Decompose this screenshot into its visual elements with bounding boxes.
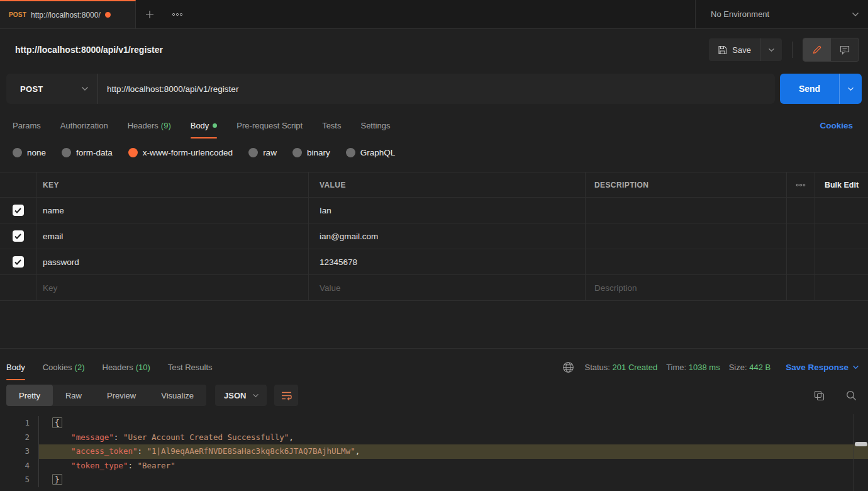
check-icon bbox=[14, 259, 21, 265]
response-toolbar: Pretty Raw Preview Visualize JSON bbox=[0, 380, 868, 410]
key-cell[interactable]: email bbox=[43, 232, 63, 241]
value-cell[interactable]: ian@gmail.com bbox=[320, 232, 378, 241]
new-tab-button[interactable] bbox=[136, 0, 164, 28]
value-input-placeholder[interactable]: Value bbox=[320, 283, 341, 293]
tab-settings[interactable]: Settings bbox=[360, 121, 390, 138]
vertical-scrollbar-thumb[interactable] bbox=[855, 442, 867, 446]
save-response-button[interactable]: Save Response bbox=[786, 363, 859, 372]
chevron-down-icon bbox=[768, 48, 775, 52]
comments-button[interactable] bbox=[831, 38, 859, 61]
radio-icon bbox=[292, 148, 302, 157]
body-type-raw[interactable]: raw bbox=[248, 148, 277, 157]
code-line-5: 5 } bbox=[0, 473, 868, 487]
search-response-button[interactable] bbox=[846, 390, 857, 401]
status-badge: Status: 201 Created bbox=[584, 363, 657, 372]
edit-request-button[interactable] bbox=[803, 38, 831, 61]
tab-options-button[interactable] bbox=[164, 0, 191, 28]
line-number: 4 bbox=[0, 459, 39, 473]
time-badge: Time: 1038 ms bbox=[666, 363, 720, 372]
copy-response-button[interactable] bbox=[814, 390, 825, 401]
save-button-group: Save bbox=[709, 38, 782, 61]
tab-headers[interactable]: Headers(9) bbox=[128, 121, 171, 138]
row-actions-cell bbox=[786, 223, 815, 249]
open-brace[interactable]: { bbox=[52, 417, 62, 428]
row-actions-cell bbox=[786, 198, 815, 223]
more-options-icon bbox=[796, 183, 806, 187]
code-line-4: 4 "token_type": "Bearer" bbox=[0, 459, 868, 473]
body-type-x-www-form-urlencoded[interactable]: x-www-form-urlencoded bbox=[128, 148, 233, 157]
radio-icon bbox=[248, 148, 258, 157]
tab-body[interactable]: Body bbox=[191, 121, 218, 138]
row-checkbox-cell bbox=[0, 275, 36, 300]
row-actions-cell bbox=[786, 249, 815, 274]
code-line-3-highlighted: 3 "access_token": "1|Al9eqAAeRfNVDE8SaHa… bbox=[0, 444, 868, 459]
wrap-text-button[interactable] bbox=[274, 385, 298, 406]
body-type-form-data[interactable]: form-data bbox=[62, 148, 113, 157]
method-selector[interactable]: POST bbox=[6, 74, 98, 104]
tab-params[interactable]: Params bbox=[13, 121, 41, 138]
description-cell[interactable] bbox=[585, 198, 786, 223]
tab-bar-spacer bbox=[191, 0, 695, 28]
send-button[interactable]: Send bbox=[780, 74, 839, 104]
view-pretty[interactable]: Pretty bbox=[6, 385, 53, 406]
tab-title: http://localhost:8000/ bbox=[31, 11, 101, 20]
table-header-row: KEY VALUE DESCRIPTION Bulk Edit bbox=[0, 172, 868, 198]
more-options-icon bbox=[172, 13, 183, 16]
save-options-button[interactable] bbox=[760, 38, 782, 61]
view-preview[interactable]: Preview bbox=[94, 385, 148, 406]
response-tab-cookies[interactable]: Cookies(2) bbox=[43, 363, 85, 380]
tab-pre-request-script[interactable]: Pre-request Script bbox=[236, 121, 303, 138]
save-button[interactable]: Save bbox=[709, 38, 760, 61]
active-tab-underline bbox=[191, 137, 218, 138]
format-value: JSON bbox=[224, 391, 246, 400]
description-input-placeholder[interactable]: Description bbox=[594, 283, 637, 293]
tab-tests[interactable]: Tests bbox=[322, 121, 341, 138]
view-visualize[interactable]: Visualize bbox=[148, 385, 206, 406]
url-builder-row: POST http://localhost:8000/api/v1/regist… bbox=[0, 71, 868, 107]
key-input-placeholder[interactable]: Key bbox=[43, 283, 57, 293]
table-row: name Ian bbox=[0, 198, 868, 223]
line-number: 5 bbox=[0, 473, 39, 487]
value-cell[interactable]: 12345678 bbox=[320, 257, 357, 267]
chevron-down-icon bbox=[847, 87, 854, 91]
value-cell[interactable]: Ian bbox=[320, 206, 331, 215]
chevron-down-icon bbox=[252, 393, 259, 398]
row-checkbox-checked[interactable] bbox=[13, 256, 24, 268]
body-type-graphql[interactable]: GraphQL bbox=[346, 148, 396, 157]
body-type-binary[interactable]: binary bbox=[292, 148, 330, 157]
pencil-icon bbox=[812, 45, 822, 55]
json-value: "Bearer" bbox=[137, 461, 175, 470]
response-tab-body[interactable]: Body bbox=[6, 363, 25, 380]
body-type-selector: none form-data x-www-form-urlencoded raw… bbox=[0, 138, 868, 166]
send-button-group: Send bbox=[780, 74, 862, 104]
close-brace[interactable]: } bbox=[52, 474, 62, 485]
environment-selector[interactable]: No Environment bbox=[695, 0, 868, 28]
status-value: 201 Created bbox=[613, 363, 658, 372]
column-header-key: KEY bbox=[43, 181, 59, 189]
row-actions-cell bbox=[786, 275, 815, 300]
response-tab-test-results[interactable]: Test Results bbox=[168, 363, 213, 380]
cookies-link[interactable]: Cookies bbox=[820, 121, 853, 138]
headers-count: (9) bbox=[161, 121, 171, 130]
send-options-button[interactable] bbox=[839, 74, 862, 104]
url-input[interactable]: http://localhost:8000/api/v1/register bbox=[98, 74, 775, 104]
row-checkbox-checked[interactable] bbox=[13, 205, 24, 216]
view-raw[interactable]: Raw bbox=[53, 385, 94, 406]
description-cell[interactable] bbox=[585, 223, 786, 249]
tab-authorization[interactable]: Authorization bbox=[60, 121, 108, 138]
table-more-options-button[interactable] bbox=[786, 172, 815, 197]
response-meta: Status: 201 Created Time: 1038 ms Size: … bbox=[562, 361, 859, 380]
key-cell[interactable]: name bbox=[43, 206, 64, 215]
response-format-selector[interactable]: JSON bbox=[215, 385, 267, 406]
bulk-edit-button[interactable]: Bulk Edit bbox=[825, 181, 859, 189]
tab-method-label: POST bbox=[9, 11, 26, 18]
request-tab[interactable]: POST http://localhost:8000/ bbox=[0, 0, 136, 28]
description-cell[interactable] bbox=[585, 249, 786, 274]
cookies-count: (2) bbox=[75, 363, 85, 372]
response-tab-headers[interactable]: Headers(10) bbox=[103, 363, 150, 380]
row-checkbox-checked[interactable] bbox=[13, 230, 24, 242]
key-cell[interactable]: password bbox=[43, 257, 79, 267]
body-type-none[interactable]: none bbox=[13, 148, 46, 157]
response-body-viewer[interactable]: 1 { 2 "message": "User Account Created S… bbox=[0, 410, 868, 491]
table-row-empty: Key Value Description bbox=[0, 275, 868, 301]
